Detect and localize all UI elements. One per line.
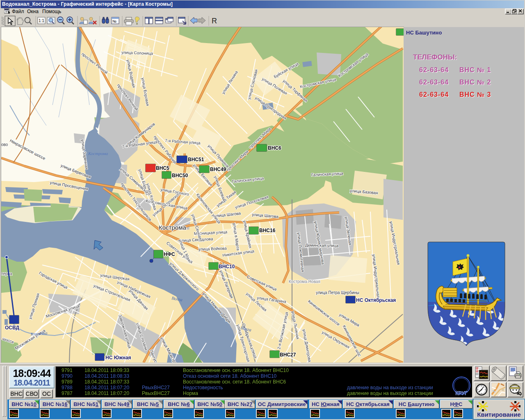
svg-text:R: R xyxy=(212,17,217,25)
svg-text:Деминская улица: Деминская улица xyxy=(305,243,339,248)
svg-text:ВНС49: ВНС49 xyxy=(210,167,226,172)
svg-text:ОСВД: ОСВД xyxy=(5,325,20,331)
svg-text:ВНС16: ВНС16 xyxy=(259,228,276,233)
svg-text:терна: терна xyxy=(1,272,12,276)
svg-text:ВНС51: ВНС51 xyxy=(188,157,204,162)
svg-text:1:1: 1:1 xyxy=(39,18,44,23)
svg-text:ВНС6: ВНС6 xyxy=(268,145,281,151)
svg-text:ово: ово xyxy=(1,142,8,147)
svg-text:ВНС50: ВНС50 xyxy=(172,173,188,178)
svg-text:улица Петра Щербины: улица Петра Щербины xyxy=(316,290,359,295)
svg-text:НС Южная: НС Южная xyxy=(105,355,131,361)
svg-text:№: № xyxy=(112,19,116,23)
svg-text:Кострома: Кострома xyxy=(159,224,186,231)
svg-text:ВНС5: ВНС5 xyxy=(156,165,169,171)
svg-text:Кострома: Кострома xyxy=(88,151,108,156)
svg-text:ВНС27: ВНС27 xyxy=(280,352,296,358)
svg-text:ВНС10: ВНС10 xyxy=(219,264,235,269)
svg-text:Кострома-Новая: Кострома-Новая xyxy=(289,279,320,284)
svg-text:НС Октябрьская: НС Октябрьская xyxy=(356,297,396,303)
svg-text:НФС: НФС xyxy=(164,251,175,257)
svg-text:КРУГ: КРУГ xyxy=(455,390,468,396)
